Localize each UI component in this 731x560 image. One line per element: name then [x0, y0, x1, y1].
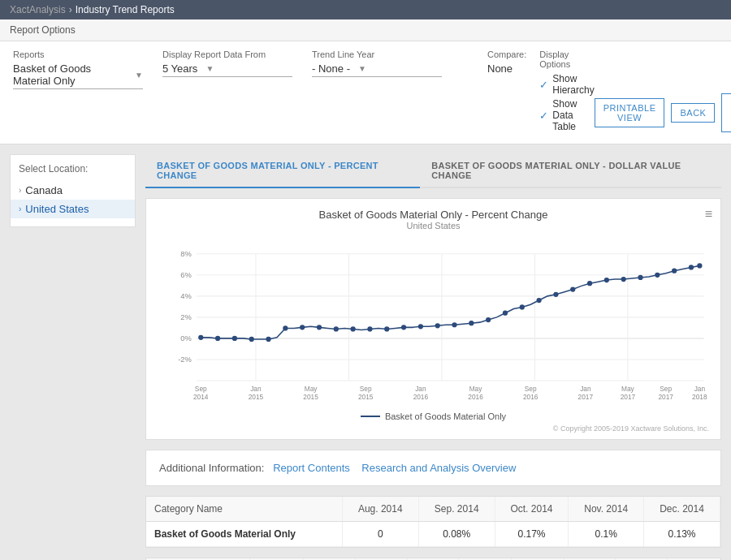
svg-text:2016: 2016 [413, 393, 429, 401]
svg-text:4%: 4% [180, 292, 192, 300]
options-group: Reports Basket of Goods Material Only ▼ … [13, 50, 595, 132]
display-value: 5 Years [162, 62, 197, 75]
row1-name: Basket of Goods Material Only [146, 522, 342, 547]
display-options-title: Display Options [539, 50, 594, 69]
compare-block: Compare: None [487, 50, 526, 75]
canada-arrow: › [19, 186, 21, 195]
location-sidebar: Select Location: › Canada › United State… [10, 154, 136, 227]
svg-point-29 [384, 326, 389, 331]
show-hierarchy-row[interactable]: ✓ Show Hierarchy [539, 73, 594, 96]
svg-point-38 [536, 298, 541, 303]
svg-point-18 [198, 335, 203, 340]
table1-col-name: Category Name [146, 497, 342, 522]
location-item-canada[interactable]: › Canada [11, 181, 135, 200]
location-item-us[interactable]: › United States [11, 200, 135, 218]
breadcrumb-current: Industry Trend Reports [76, 4, 175, 15]
us-arrow: › [19, 205, 21, 213]
trendline-value: - None - [312, 62, 350, 75]
table1-col-oct2014: Oct. 2014 [495, 497, 569, 522]
us-label: United States [25, 203, 89, 215]
table1-header-row: Category Name Aug. 2014 Sep. 2014 Oct. 2… [146, 497, 720, 522]
svg-point-34 [469, 321, 474, 325]
svg-text:0%: 0% [180, 334, 192, 342]
svg-point-46 [672, 269, 677, 274]
svg-point-42 [604, 278, 609, 282]
svg-point-32 [435, 323, 440, 328]
svg-text:2016: 2016 [523, 393, 539, 401]
svg-text:2016: 2016 [468, 393, 483, 401]
svg-point-35 [486, 317, 491, 322]
chart-copyright: © Copyright 2005-2019 Xactware Solutions… [154, 424, 712, 433]
data-table-1: Category Name Aug. 2014 Sep. 2014 Oct. 2… [146, 497, 720, 547]
svg-point-19 [215, 336, 220, 341]
svg-text:2015: 2015 [249, 393, 264, 401]
svg-point-40 [570, 286, 575, 291]
chart-svg: 8% 6% 4% 2% 0% -2% [154, 237, 712, 406]
chart-panel: BASKET OF GOODS MATERIAL ONLY - PERCENT … [145, 154, 721, 560]
chart-tabs: BASKET OF GOODS MATERIAL ONLY - PERCENT … [145, 154, 721, 188]
additional-info-label: Additional Information: [159, 462, 264, 474]
table1-col-sep2014: Sep. 2014 [418, 497, 495, 522]
compare-value: None [487, 62, 526, 75]
chart-container: Basket of Goods Material Only - Percent … [145, 198, 721, 440]
svg-point-21 [249, 337, 254, 342]
svg-point-36 [503, 311, 508, 316]
additional-info: Additional Information: Report Contents … [145, 450, 721, 486]
show-data-table-label: Show Data Table [552, 98, 594, 132]
svg-point-48 [697, 263, 702, 268]
svg-text:2017: 2017 [658, 393, 673, 401]
svg-point-28 [367, 326, 372, 331]
svg-text:2014: 2014 [193, 393, 209, 401]
svg-point-27 [350, 326, 355, 331]
table1-col-aug2014: Aug. 2014 [342, 497, 418, 522]
reports-label: Reports [13, 50, 143, 59]
svg-point-22 [266, 337, 270, 342]
row1-aug2014: 0 [342, 522, 418, 547]
reports-field: Reports Basket of Goods Material Only ▼ [13, 50, 143, 132]
report-contents-link[interactable]: Report Contents [273, 462, 350, 474]
svg-point-39 [553, 292, 558, 297]
breadcrumb-sep: › [69, 4, 72, 15]
svg-point-44 [638, 275, 642, 280]
printable-view-button[interactable]: PRINTABLE VIEW [595, 98, 665, 127]
table1-col-nov2014: Nov. 2014 [569, 497, 644, 522]
research-analysis-link[interactable]: Research and Analysis Overview [361, 462, 516, 474]
compare-label: Compare: [487, 50, 526, 59]
display-select[interactable]: 5 Years ▼ [162, 62, 292, 77]
svg-text:2017: 2017 [578, 393, 594, 401]
export-to-excel-button[interactable]: EXPORT TO EXCEL [721, 93, 731, 132]
chart-subtitle: United States [154, 221, 712, 230]
tab-dollar-value[interactable]: BASKET OF GOODS MATERIAL ONLY - DOLLAR V… [420, 154, 721, 188]
compare-section: Compare: None Display Options ✓ Show Hie… [474, 50, 595, 132]
show-hierarchy-label: Show Hierarchy [552, 73, 594, 96]
svg-point-30 [401, 325, 406, 330]
report-options-label: Report Options [10, 24, 76, 36]
back-button[interactable]: BACK [671, 103, 715, 123]
tab-percent-change[interactable]: BASKET OF GOODS MATERIAL ONLY - PERCENT … [145, 154, 420, 188]
display-options-block: Display Options ✓ Show Hierarchy ✓ Show … [539, 50, 594, 132]
data-table-1-wrapper: Category Name Aug. 2014 Sep. 2014 Oct. 2… [145, 496, 721, 548]
breadcrumb-root[interactable]: XactAnalysis [10, 4, 66, 15]
row1-dec2014: 0.13% [644, 522, 720, 547]
legend-line [361, 416, 380, 417]
canada-label: Canada [25, 184, 63, 196]
svg-point-26 [334, 326, 339, 331]
show-data-table-check: ✓ [539, 110, 548, 122]
action-buttons: PRINTABLE VIEW BACK EXPORT TO EXCEL [595, 93, 731, 132]
svg-text:6%: 6% [180, 271, 192, 279]
reports-select[interactable]: Basket of Goods Material Only ▼ [13, 62, 143, 89]
display-field: Display Report Data From 5 Years ▼ [162, 50, 292, 132]
reports-value: Basket of Goods Material Only [13, 62, 127, 87]
table1-col-dec2014: Dec. 2014 [644, 497, 720, 522]
trendline-select[interactable]: - None - ▼ [312, 62, 442, 77]
show-data-table-row[interactable]: ✓ Show Data Table [539, 98, 594, 132]
legend-label: Basket of Goods Material Only [385, 411, 506, 421]
chart-menu-icon[interactable]: ≡ [705, 207, 712, 222]
trendline-arrow: ▼ [358, 64, 366, 73]
svg-point-23 [283, 325, 288, 330]
svg-text:-2%: -2% [178, 355, 192, 364]
svg-point-41 [587, 281, 592, 286]
display-label: Display Report Data From [162, 50, 292, 59]
svg-text:8%: 8% [180, 250, 192, 258]
chart-legend: Basket of Goods Material Only [154, 411, 712, 421]
